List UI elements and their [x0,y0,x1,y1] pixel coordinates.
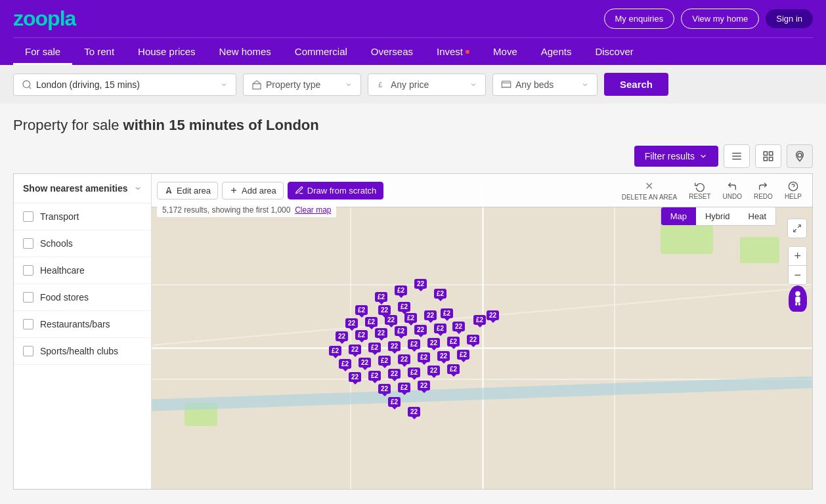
property-cluster[interactable]: £2 [404,313,417,323]
property-cluster[interactable]: £2 [408,339,420,349]
property-cluster[interactable]: 22 [487,310,499,320]
nav-item-commercial[interactable]: Commercial [283,38,359,65]
location-input[interactable] [36,79,216,90]
healthcare-checkbox[interactable] [23,265,33,276]
add-area-button[interactable]: Add area [222,182,284,200]
nav-item-move[interactable]: Move [481,38,529,65]
sports-health-clubs-checkbox[interactable] [23,346,33,356]
property-cluster[interactable]: 22 [408,407,420,417]
property-cluster[interactable]: £2 [378,356,391,366]
property-cluster[interactable]: £2 [447,364,460,374]
nav-item-agents[interactable]: Agents [529,38,584,65]
property-cluster[interactable]: 22 [427,366,440,375]
amenity-food-stores[interactable]: Food stores [14,284,151,311]
property-cluster[interactable]: 22 [452,322,465,331]
map-type-hybrid-button[interactable]: Hybrid [696,207,739,225]
nav-item-invest[interactable]: Invest [425,38,481,65]
property-cluster[interactable]: £2 [375,292,387,302]
property-cluster[interactable]: 22 [398,354,410,364]
property-cluster[interactable]: £2 [441,308,453,318]
help-button[interactable]: HELP [779,179,807,202]
property-cluster[interactable]: £2 [418,352,430,362]
property-cluster[interactable]: £2 [434,289,446,299]
nav-item-house-prices[interactable]: House prices [126,38,207,65]
fullscreen-button[interactable] [787,219,807,238]
property-cluster[interactable]: £2 [395,326,407,336]
property-cluster[interactable]: £2 [388,397,401,407]
property-cluster[interactable]: 22 [349,345,361,354]
amenity-sports-health-clubs[interactable]: Sports/health clubs [14,338,151,365]
filter-results-button[interactable]: Filter results [634,146,718,167]
beds-dropdown[interactable]: Any beds [492,74,598,96]
delete-area-button[interactable]: ✕ DELETE AN AREA [617,178,682,203]
pegman-control[interactable] [789,285,807,312]
property-cluster[interactable]: £2 [447,337,460,346]
nav-item-new-homes[interactable]: New homes [207,38,283,65]
search-button[interactable]: Search [604,73,668,96]
food-stores-checkbox[interactable] [23,292,33,303]
property-cluster[interactable]: £2 [368,343,381,352]
property-cluster[interactable]: 22 [424,310,437,320]
amenity-transport[interactable]: Transport [14,203,151,230]
property-cluster[interactable]: £2 [368,371,381,381]
property-cluster[interactable]: £2 [434,324,446,333]
map-type-heat-button[interactable]: Heat [739,207,775,225]
zoom-in-button[interactable]: + [789,247,806,266]
property-cluster[interactable]: 22 [336,331,348,341]
undo-button[interactable]: UNDO [718,179,747,202]
transport-checkbox[interactable] [23,211,33,222]
property-cluster[interactable]: 22 [349,372,361,382]
property-cluster[interactable]: £2 [355,305,368,315]
map-area[interactable]: Edit area Add area Draw from scratch [152,174,812,489]
property-cluster[interactable]: £2 [329,346,341,356]
grid-view-button[interactable] [755,144,781,168]
amenity-schools[interactable]: Schools [14,230,151,257]
property-cluster[interactable]: 22 [378,384,391,394]
property-cluster[interactable]: 22 [345,318,358,328]
property-cluster[interactable]: 22 [414,279,427,289]
property-cluster[interactable]: 22 [359,358,371,368]
amenity-restaurants-bars[interactable]: Restaurants/bars [14,311,151,338]
property-cluster[interactable]: £2 [398,302,410,312]
property-cluster[interactable]: 22 [375,328,387,338]
view-my-home-button[interactable]: View my home [681,9,759,29]
property-cluster[interactable]: £2 [365,317,378,327]
property-cluster[interactable]: £2 [473,315,486,325]
draw-from-scratch-button[interactable]: Draw from scratch [288,182,383,200]
property-cluster[interactable]: 22 [427,338,440,348]
edit-area-button[interactable]: Edit area [157,182,218,200]
property-cluster[interactable]: 22 [437,351,450,361]
property-cluster[interactable]: £2 [395,285,407,295]
list-view-button[interactable] [724,144,750,168]
map-view-button[interactable] [787,144,813,168]
property-cluster[interactable]: £2 [355,330,368,340]
nav-item-for-sale[interactable]: For sale [13,38,72,65]
my-enquiries-button[interactable]: My enquiries [604,9,675,29]
property-cluster[interactable]: 22 [414,325,427,335]
property-cluster[interactable]: £2 [339,359,351,369]
amenities-header[interactable]: Show nearest amenities [14,174,151,203]
property-cluster[interactable]: £2 [408,368,420,377]
schools-checkbox[interactable] [23,238,33,249]
property-type-dropdown[interactable]: Property type [243,74,361,96]
nav-item-discover[interactable]: Discover [583,38,645,65]
zoom-out-button[interactable]: − [789,266,806,284]
redo-button[interactable]: REDO [749,179,778,202]
sign-in-button[interactable]: Sign in [766,9,813,28]
property-cluster[interactable]: 22 [467,335,479,345]
property-cluster[interactable]: 22 [385,315,397,325]
property-cluster[interactable]: £2 [398,383,410,392]
property-cluster[interactable]: £2 [457,350,469,360]
nav-item-overseas[interactable]: Overseas [359,38,425,65]
map-type-map-button[interactable]: Map [661,207,696,225]
property-cluster[interactable]: 22 [388,369,401,379]
logo[interactable]: zoopla [13,7,76,31]
location-input-wrap[interactable] [13,74,236,96]
amenity-healthcare[interactable]: Healthcare [14,257,151,284]
reset-button[interactable]: RESET [684,179,716,202]
nav-item-to-rent[interactable]: To rent [72,38,126,65]
restaurants-bars-checkbox[interactable] [23,319,33,329]
clear-map-link[interactable]: Clear map [295,205,331,215]
property-cluster[interactable]: 22 [378,305,391,315]
price-dropdown[interactable]: £ Any price [368,74,486,96]
